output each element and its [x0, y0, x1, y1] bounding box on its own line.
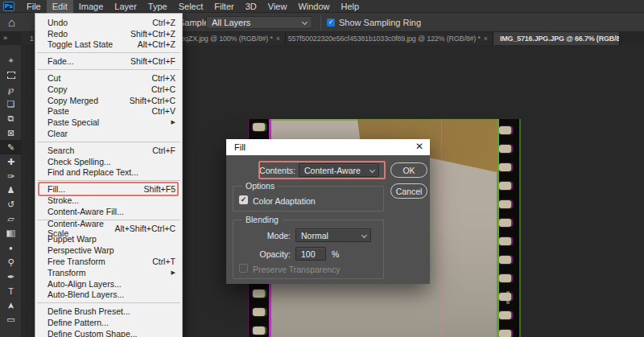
menu-item-search[interactable]: SearchCtrl+F [35, 145, 182, 156]
sprocket-hole [253, 123, 265, 131]
tab-label-prefix: 1 [30, 35, 34, 43]
menu-item-label: Search [47, 146, 74, 155]
menu-item-redo[interactable]: RedoShift+Ctrl+Z [35, 28, 182, 39]
menu-item-content-aware-fill[interactable]: Content-Aware Fill... [35, 206, 182, 217]
crop-tool[interactable]: ⧉ [0, 112, 22, 126]
tab-close-icon[interactable]: × [484, 35, 493, 43]
path-selection-tool-icon: ➤ [6, 302, 16, 309]
menu-item-puppet-warp[interactable]: Puppet Warp [35, 234, 182, 245]
menu-item-shortcut: Ctrl+C [151, 84, 175, 94]
menubar-item-help[interactable]: Help [336, 0, 365, 13]
chromatic-fringe-top [271, 119, 497, 121]
opacity-label: Opacity: [250, 249, 291, 259]
menubar-item-image[interactable]: Image [73, 0, 109, 13]
menu-item-copy-merged[interactable]: Copy MergedShift+Ctrl+C [35, 95, 182, 106]
menu-item-content-aware-scale[interactable]: Content-Aware ScaleAlt+Shift+Ctrl+C [35, 223, 182, 234]
menu-item-shortcut: Ctrl+X [152, 73, 175, 83]
menu-bar: Ps FileEditImageLayerTypeSelectFilter3DV… [0, 0, 644, 13]
menu-item-clear[interactable]: Clear [35, 128, 182, 139]
opacity-input[interactable]: 100 [295, 247, 326, 261]
menu-item-auto-blend-layers[interactable]: Auto-Blend Layers... [35, 290, 182, 301]
menu-item-paste-special[interactable]: Paste Special▶ [35, 117, 182, 128]
menu-item-stroke[interactable]: Stroke... [35, 195, 182, 206]
menubar-item-file[interactable]: File [21, 0, 47, 13]
menu-item-undo[interactable]: UndoCtrl+Z [35, 17, 182, 28]
pen-tool[interactable]: ✒ [0, 269, 22, 284]
sprocket-hole [499, 200, 511, 208]
ok-button[interactable]: OK [390, 162, 427, 178]
menubar-item-filter[interactable]: Filter [208, 0, 239, 13]
menu-item-transform[interactable]: Transform▶ [35, 267, 182, 278]
contents-dropdown[interactable]: Content-Aware [299, 163, 379, 177]
blur-tool[interactable]: ● [0, 241, 22, 256]
close-icon[interactable]: ✕ [415, 141, 423, 152]
crop-tool-icon: ⧉ [8, 113, 14, 124]
document-tab-2[interactable]: 557f50022320e56cf45381b1033c0f89.jpg @ 1… [286, 32, 493, 45]
rectangle-shape-tool[interactable]: ▭ [0, 313, 22, 327]
menu-item-shortcut: Shift+Ctrl+C [130, 96, 175, 105]
menu-item-label: Copy [47, 84, 68, 94]
home-icon[interactable]: ⌂ [8, 15, 15, 29]
eyedropper-tool[interactable]: ✎ [0, 140, 22, 154]
rectangular-marquee-tool[interactable] [0, 68, 22, 83]
menu-item-perspective-warp[interactable]: Perspective Warp [35, 245, 182, 256]
fill-dialog-titlebar[interactable]: Fill ✕ [226, 139, 430, 155]
sample-dropdown[interactable]: All Layers [206, 16, 312, 29]
menu-item-define-custom-shape[interactable]: Define Custom Shape... [35, 328, 182, 337]
menubar-item-view[interactable]: View [262, 0, 293, 13]
menubar-item-layer[interactable]: Layer [109, 0, 142, 13]
menu-item-fill[interactable]: Fill...Shift+F5 [35, 183, 182, 195]
type-tool[interactable]: T [0, 284, 22, 298]
menu-item-paste[interactable]: PasteCtrl+V [35, 106, 182, 117]
tab-close-icon[interactable]: × [276, 35, 285, 43]
menu-item-label: Transform [47, 268, 85, 277]
clone-stamp-tool-icon: ♟ [7, 185, 15, 195]
color-adaptation-checkbox[interactable]: ✓ [239, 195, 248, 204]
opacity-unit: % [332, 249, 339, 259]
menu-item-fade[interactable]: Fade...Shift+Ctrl+F [35, 55, 182, 67]
healing-brush-tool[interactable]: ✚ [0, 154, 22, 169]
mode-dropdown[interactable]: Normal [295, 228, 371, 242]
menu-item-check-spelling[interactable]: Check Spelling... [35, 156, 182, 167]
submenu-arrow-icon: ▶ [171, 269, 175, 276]
contents-dropdown-value: Content-Aware [304, 166, 361, 175]
menu-item-shortcut: Shift+F5 [144, 184, 175, 194]
menubar-item-select[interactable]: Select [173, 0, 209, 13]
menu-item-find-and-replace-text[interactable]: Find and Replace Text... [35, 167, 182, 179]
sprocket-hole [499, 126, 511, 134]
menu-item-shortcut: Ctrl+T [152, 257, 175, 266]
menu-item-free-transform[interactable]: Free TransformCtrl+T [35, 256, 182, 267]
menu-item-toggle-last-state[interactable]: Toggle Last StateAlt+Ctrl+Z [35, 39, 182, 51]
menu-item-define-pattern[interactable]: Define Pattern... [35, 317, 182, 328]
path-selection-tool[interactable]: ➤ [0, 298, 22, 313]
menubar-item-edit[interactable]: Edit [47, 0, 73, 13]
sprocket-hole [499, 274, 511, 282]
cancel-button[interactable]: Cancel [390, 183, 427, 199]
history-brush-tool[interactable]: ↺ [0, 198, 22, 212]
photoshop-logo[interactable]: Ps [3, 2, 14, 11]
menu-item-define-brush-preset[interactable]: Define Brush Preset... [35, 306, 182, 317]
brush-tool[interactable]: ✑ [0, 169, 22, 183]
lasso-tool[interactable]: ℘ [0, 83, 22, 97]
move-tool[interactable]: ⌖ [0, 54, 22, 68]
gradient-tool[interactable] [0, 227, 22, 241]
film-edge-code [506, 291, 510, 304]
menubar-item-3d[interactable]: 3D [240, 0, 262, 13]
clone-stamp-tool[interactable]: ♟ [0, 183, 22, 198]
document-tab-3[interactable]: IMG_5716.JPG.JPG @ 66.7% (RGB/8)× [493, 32, 620, 45]
dodge-tool[interactable]: ⚲ [0, 255, 22, 269]
eraser-tool[interactable]: ▱ [0, 212, 22, 227]
brush-tool-icon: ✑ [7, 171, 14, 182]
object-selection-tool[interactable]: ❏ [0, 97, 22, 112]
frame-tool[interactable]: ⊠ [0, 125, 22, 140]
menu-item-cut[interactable]: CutCtrl+X [35, 72, 182, 84]
menu-item-copy[interactable]: CopyCtrl+C [35, 84, 182, 95]
menu-item-label: Free Transform [47, 257, 105, 266]
toolbar-collapse-icon[interactable]: » [3, 34, 6, 42]
menu-item-auto-align-layers[interactable]: Auto-Align Layers... [35, 278, 182, 290]
menubar-item-type[interactable]: Type [142, 0, 173, 13]
show-sampling-ring-label: Show Sampling Ring [339, 18, 421, 27]
show-sampling-ring-checkbox[interactable]: ✓ [327, 18, 335, 27]
menu-item-label: Cut [47, 73, 60, 83]
menubar-item-window[interactable]: Window [292, 0, 335, 13]
